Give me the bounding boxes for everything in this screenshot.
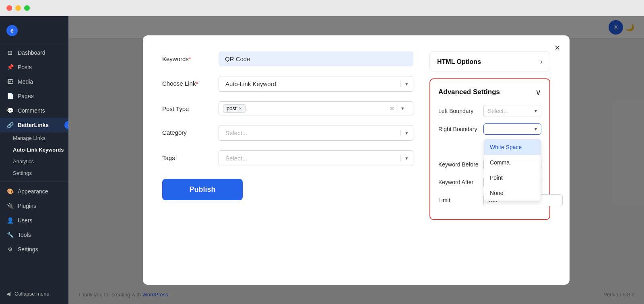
sidebar-item-pages[interactable]: 📄 Pages: [0, 89, 68, 103]
category-label: Category: [162, 125, 211, 136]
sidebar-item-plugins[interactable]: 🔌 Plugins: [0, 199, 68, 213]
keyword-before-label: Keyword Before: [438, 161, 479, 168]
maximize-button[interactable]: [24, 5, 30, 11]
sidebar-item-betterlinks[interactable]: 🔗 BetterLinks ‹: [0, 118, 68, 132]
sidebar-item-label: Media: [18, 78, 33, 85]
sidebar-item-label: Comments: [18, 107, 45, 114]
sidebar-item-label: BetterLinks: [18, 122, 49, 128]
html-options-arrow-icon: ›: [540, 58, 543, 66]
adv-row-right-boundary: Right Boundary ▾ White Space Comma Point: [438, 123, 541, 135]
chevron-down-icon: ▾: [400, 130, 413, 136]
pages-icon: 📄: [6, 93, 14, 99]
close-button[interactable]: [6, 5, 12, 11]
sidebar-item-label: Appearance: [18, 188, 48, 195]
tags-placeholder: Select...: [219, 151, 400, 166]
sidebar-item-label: Settings: [18, 246, 38, 253]
users-icon: 👤: [6, 217, 14, 224]
keyword-after-label: Keyword After: [438, 179, 479, 185]
modal-inner: Keywords* Choose Link* Auto-Link Keyword: [162, 51, 550, 220]
left-boundary-select[interactable]: Select... ▾: [483, 105, 541, 117]
dropdown-item-white-space[interactable]: White Space: [484, 140, 541, 155]
advanced-settings-header[interactable]: Advanced Settings ∨: [438, 87, 541, 97]
chevron-down-icon: ▾: [398, 105, 409, 111]
advanced-settings-title: Advanced Settings: [438, 88, 500, 96]
dropdown-item-comma[interactable]: Comma: [484, 155, 541, 170]
sidebar-item-appearance[interactable]: 🎨 Appearance: [0, 184, 68, 199]
titlebar: [0, 0, 644, 16]
choose-link-value: Auto-Link Keyword: [219, 76, 400, 91]
advanced-settings-box: Advanced Settings ∨ Left Boundary Select…: [429, 78, 550, 220]
limit-label: Limit: [438, 197, 479, 203]
right-panel: HTML Options › Advanced Settings ∨ Le: [429, 51, 550, 220]
sidebar-logo: e: [0, 19, 68, 42]
betterlinks-icon: 🔗: [6, 122, 14, 128]
sidebar-item-media[interactable]: 🖼 Media: [0, 74, 68, 89]
sidebar-item-settings[interactable]: Settings: [13, 167, 68, 179]
sidebar-item-label: Users: [18, 217, 33, 224]
sidebar-item-posts[interactable]: 📌 Posts: [0, 60, 68, 74]
category-placeholder: Select...: [219, 125, 400, 140]
html-options-header[interactable]: HTML Options ›: [429, 51, 550, 72]
settings-icon: ⚙: [6, 246, 14, 253]
post-tag: post ×: [223, 104, 246, 113]
logo-icon: e: [6, 25, 18, 36]
minimize-button[interactable]: [15, 5, 21, 11]
form-row-choose-link: Choose Link* Auto-Link Keyword ▾: [162, 76, 413, 92]
sidebar-item-analytics[interactable]: Analytics: [13, 156, 68, 167]
sidebar-item-settings-bottom[interactable]: ⚙ Settings: [0, 242, 68, 257]
choose-link-label: Choose Link*: [162, 76, 211, 87]
dropdown-item-point[interactable]: Point: [484, 170, 541, 185]
form-section: Keywords* Choose Link* Auto-Link Keyword: [162, 51, 413, 220]
content-area: ☀ 🌙 × Keywords*: [68, 16, 644, 304]
chevron-down-icon: ▾: [535, 126, 537, 132]
sidebar-collapse-button[interactable]: ◀ Collapse menu: [0, 287, 68, 301]
dropdown-item-none[interactable]: None: [484, 185, 541, 201]
right-boundary-select[interactable]: ▾ White Space Comma Point None: [483, 123, 541, 135]
chevron-down-icon: ▾: [535, 108, 537, 114]
sidebar-item-label: Tools: [18, 232, 31, 238]
post-type-input[interactable]: post × ✕ ▾: [219, 101, 413, 115]
tools-icon: 🔧: [6, 232, 14, 238]
pin-icon: 📌: [6, 64, 14, 70]
required-star: *: [196, 80, 198, 87]
sidebar-item-label: Dashboard: [18, 49, 45, 56]
left-boundary-label: Left Boundary: [438, 108, 479, 114]
form-row-category: Category Select... ▾: [162, 125, 413, 141]
sidebar-item-label: Pages: [18, 93, 34, 99]
chevron-down-icon: ▾: [400, 155, 413, 161]
required-star: *: [189, 55, 191, 62]
right-boundary-label: Right Boundary: [438, 126, 479, 132]
sidebar: e ⊞ Dashboard 📌 Posts 🖼 Media 📄 Pages 💬 …: [0, 16, 68, 304]
boundary-dropdown: White Space Comma Point None: [484, 139, 541, 201]
clear-tags-icon[interactable]: ✕: [386, 105, 398, 112]
form-row-post-type: Post Type post × ✕ ▾: [162, 101, 413, 115]
modal: × Keywords*: [143, 35, 570, 285]
sidebar-item-tools[interactable]: 🔧 Tools: [0, 228, 68, 242]
form-row-tags: Tags Select... ▾: [162, 150, 413, 166]
sidebar-item-auto-link-keywords[interactable]: Auto-Link Keywords: [13, 144, 68, 156]
post-type-label: Post Type: [162, 101, 211, 112]
publish-button[interactable]: Publish: [162, 179, 243, 200]
tags-label: Tags: [162, 150, 211, 161]
plugins-icon: 🔌: [6, 203, 14, 209]
category-select[interactable]: Select... ▾: [219, 125, 413, 141]
sidebar-item-label: Posts: [18, 64, 32, 70]
sidebar-item-dashboard[interactable]: ⊞ Dashboard: [0, 45, 68, 60]
remove-tag-icon[interactable]: ×: [239, 106, 242, 111]
betterlinks-submenu: Manage Links Auto-Link Keywords Analytic…: [0, 132, 68, 179]
modal-overlay: × Keywords*: [68, 16, 644, 304]
appearance-icon: 🎨: [6, 188, 14, 195]
tags-select[interactable]: Select... ▾: [219, 150, 413, 166]
keywords-input[interactable]: [219, 51, 413, 66]
comments-icon: 💬: [6, 107, 14, 114]
sidebar-item-comments[interactable]: 💬 Comments: [0, 103, 68, 118]
dashboard-icon: ⊞: [6, 49, 14, 56]
sidebar-item-manage-links[interactable]: Manage Links: [13, 132, 68, 144]
left-boundary-value: Select...: [488, 108, 535, 114]
keywords-label: Keywords*: [162, 51, 211, 62]
sidebar-item-users[interactable]: 👤 Users: [0, 213, 68, 228]
modal-close-button[interactable]: ×: [555, 43, 560, 52]
choose-link-select[interactable]: Auto-Link Keyword ▾: [219, 76, 413, 92]
collapse-label: Collapse menu: [14, 291, 50, 297]
collapse-icon: ◀: [6, 291, 10, 297]
